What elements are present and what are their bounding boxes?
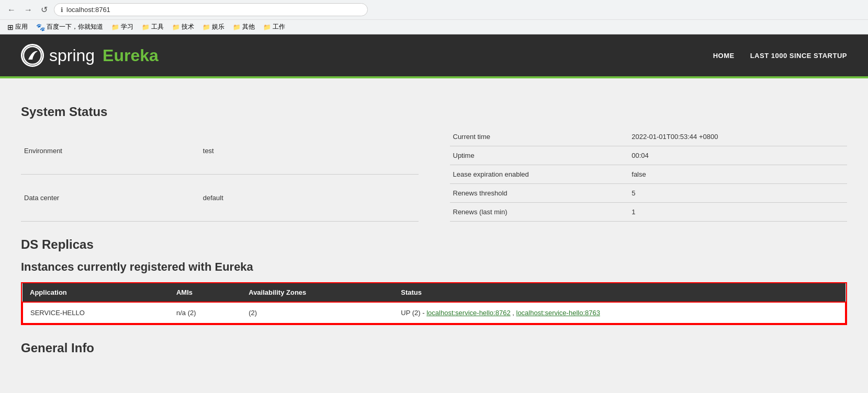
main-content: System Status Environment test Data cent… (0, 78, 868, 379)
folder-entertainment-icon: 📁 (202, 24, 210, 31)
lease-expiration-label: Lease expiration enabled (450, 165, 629, 184)
address-bar-url: localhost:8761 (66, 6, 110, 14)
link-separator: , (512, 309, 516, 317)
left-status-table: Environment test Data center default (21, 128, 419, 222)
bookmark-entertainment[interactable]: 📁 娱乐 (200, 21, 227, 32)
ds-replicas-heading: DS Replicas (21, 237, 847, 252)
apps-icon: ⊞ (7, 23, 14, 31)
forward-button[interactable]: → (22, 4, 35, 16)
instances-table-wrapper: Application AMIs Availability Zones Stat… (21, 282, 847, 325)
uptime-value: 00:04 (628, 146, 847, 165)
instance-application: SERVICE-HELLO (22, 302, 169, 323)
general-info-heading: General Info (21, 341, 847, 355)
browser-toolbar: ← → ↺ ℹ localhost:8761 (0, 0, 868, 19)
eureka-header: spring Eureka HOME LAST 1000 SINCE START… (0, 34, 868, 76)
instances-table-header-row: Application AMIs Availability Zones Stat… (22, 283, 846, 302)
bookmarks-bar: ⊞ 应用 🐾 百度一下，你就知道 📁 学习 📁 工具 📁 技术 📁 娱乐 📁 其… (0, 19, 868, 34)
logo-text: spring Eureka (49, 46, 159, 65)
bookmark-work[interactable]: 📁 工作 (261, 21, 287, 32)
renews-threshold-label: Renews threshold (450, 184, 629, 203)
bookmark-other[interactable]: 📁 其他 (231, 21, 257, 32)
back-button[interactable]: ← (5, 4, 18, 16)
table-row: Current time 2022-01-01T00:53:44 +0800 (450, 128, 848, 146)
table-row: Renews (last min) 1 (450, 203, 848, 222)
bookmark-other-label: 其他 (242, 22, 255, 31)
refresh-button[interactable]: ↺ (39, 4, 50, 16)
bookmark-apps[interactable]: ⊞ 应用 (5, 21, 30, 32)
header-nav: HOME LAST 1000 SINCE STARTUP (713, 52, 847, 60)
instances-heading: Instances currently registered with Eure… (21, 260, 847, 274)
folder-tools-icon: 📁 (142, 24, 150, 31)
renews-last-min-value: 1 (628, 203, 847, 222)
address-bar[interactable]: ℹ localhost:8761 (54, 3, 368, 16)
ds-replicas-section: DS Replicas (21, 237, 847, 252)
renews-last-min-label: Renews (last min) (450, 203, 629, 222)
logo-spring: spring (49, 46, 95, 65)
bookmark-apps-label: 应用 (15, 22, 28, 31)
folder-other-icon: 📁 (233, 24, 241, 31)
spring-logo-icon (21, 44, 44, 67)
instance-status: UP (2) - localhost:service-hello:8762 , … (393, 302, 846, 323)
current-time-label: Current time (450, 128, 629, 146)
col-availability-zones: Availability Zones (241, 283, 393, 302)
current-time-value: 2022-01-01T00:53:44 +0800 (628, 128, 847, 146)
col-application: Application (22, 283, 169, 302)
bookmark-study-label: 学习 (121, 22, 133, 31)
env-value: test (200, 128, 419, 174)
folder-work-icon: 📁 (263, 24, 271, 31)
renews-threshold-value: 5 (628, 184, 847, 203)
bookmark-tools-label: 工具 (151, 22, 164, 31)
table-row: Renews threshold 5 (450, 184, 848, 203)
instance-link-8762[interactable]: localhost:service-hello:8762 (426, 309, 510, 317)
bookmark-baidu[interactable]: 🐾 百度一下，你就知道 (34, 21, 105, 32)
table-row: SERVICE-HELLO n/a (2) (2) UP (2) - local… (22, 302, 846, 323)
status-grid: Environment test Data center default Cur… (21, 128, 847, 222)
table-row: Data center default (21, 174, 419, 221)
env-label: Environment (21, 128, 200, 174)
logo-eureka: Eureka (103, 46, 159, 65)
status-up-text: UP (2) - (401, 309, 426, 317)
table-row: Lease expiration enabled false (450, 165, 848, 184)
table-row: Environment test (21, 128, 419, 174)
nav-home-link[interactable]: HOME (713, 52, 735, 60)
uptime-label: Uptime (450, 146, 629, 165)
instance-amis: n/a (2) (169, 302, 241, 323)
instance-link-8763[interactable]: localhost:service-hello:8763 (516, 309, 600, 317)
folder-tech-icon: 📁 (172, 24, 180, 31)
bookmark-study[interactable]: 📁 学习 (109, 21, 136, 32)
lock-icon: ℹ (61, 6, 63, 14)
spring-leaf-svg (23, 46, 42, 65)
datacenter-value: default (200, 174, 419, 221)
lease-expiration-value: false (628, 165, 847, 184)
bookmark-work-label: 工作 (273, 22, 285, 31)
folder-study-icon: 📁 (111, 24, 119, 31)
browser-chrome: ← → ↺ ℹ localhost:8761 ⊞ 应用 🐾 百度一下，你就知道 … (0, 0, 868, 34)
col-amis: AMIs (169, 283, 241, 302)
bookmark-tools[interactable]: 📁 工具 (140, 21, 166, 32)
right-status-table: Current time 2022-01-01T00:53:44 +0800 U… (450, 128, 848, 222)
datacenter-label: Data center (21, 174, 200, 221)
table-row: Uptime 00:04 (450, 146, 848, 165)
baidu-icon: 🐾 (36, 23, 45, 31)
bookmark-entertainment-label: 娱乐 (212, 22, 224, 31)
instance-availability-zones: (2) (241, 302, 393, 323)
nav-last1000-link[interactable]: LAST 1000 SINCE STARTUP (750, 52, 847, 60)
system-status-heading: System Status (21, 105, 847, 119)
col-status: Status (393, 283, 846, 302)
eureka-logo: spring Eureka (21, 44, 159, 67)
bookmark-baidu-label: 百度一下，你就知道 (47, 22, 103, 31)
instances-table: Application AMIs Availability Zones Stat… (22, 283, 846, 324)
bookmark-tech[interactable]: 📁 技术 (170, 21, 196, 32)
bookmark-tech-label: 技术 (182, 22, 194, 31)
